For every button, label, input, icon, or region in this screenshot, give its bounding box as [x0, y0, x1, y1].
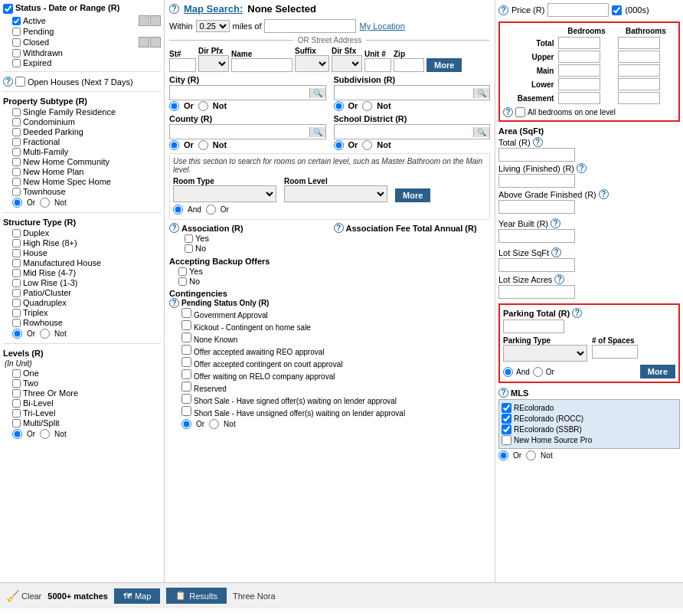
school-input[interactable]: [335, 125, 474, 139]
assoc-help[interactable]: ?: [169, 223, 179, 233]
parking-type-select[interactable]: [503, 345, 587, 362]
school-search-icon[interactable]: 🔍: [473, 127, 489, 137]
price-input[interactable]: [547, 3, 609, 17]
cont-ss-signed-checkbox[interactable]: [181, 394, 191, 404]
levels-multisplit-checkbox[interactable]: [12, 419, 21, 428]
subtype-deeded-checkbox[interactable]: [12, 128, 21, 136]
total-area-input[interactable]: [498, 148, 575, 162]
levels-not-radio[interactable]: [40, 429, 50, 439]
assoc-no-checkbox[interactable]: [185, 244, 193, 253]
my-location-link[interactable]: My Location: [359, 21, 404, 31]
open-houses-help[interactable]: ?: [3, 77, 13, 87]
unit-input[interactable]: [364, 58, 391, 72]
price-thousands-checkbox[interactable]: [612, 5, 622, 15]
room-more-button[interactable]: More: [395, 188, 430, 202]
city-search-icon[interactable]: 🔍: [309, 88, 325, 98]
mls-not-radio[interactable]: [526, 451, 536, 460]
results-button[interactable]: 📋 Results: [166, 588, 227, 604]
city-input[interactable]: [170, 86, 309, 100]
struct-midrise-checkbox[interactable]: [12, 269, 21, 277]
parking-or-radio[interactable]: [533, 367, 543, 377]
struct-or-radio[interactable]: [12, 329, 22, 339]
struct-house-checkbox[interactable]: [12, 249, 21, 257]
struct-lowrise-checkbox[interactable]: [12, 279, 21, 287]
year-built-help[interactable]: ?: [551, 218, 560, 228]
location-input[interactable]: [264, 19, 356, 33]
levels-bilevel-checkbox[interactable]: [12, 399, 21, 408]
levels-trilevel-checkbox[interactable]: [12, 409, 21, 418]
cont-none-checkbox[interactable]: [181, 333, 191, 342]
map-search-title[interactable]: Map Search:: [184, 3, 243, 15]
mls-nhsp-checkbox[interactable]: [502, 435, 511, 445]
county-search-icon[interactable]: 🔍: [309, 127, 325, 137]
status-expired-checkbox[interactable]: [12, 59, 21, 67]
lot-acres-help[interactable]: ?: [554, 274, 564, 284]
map-search-help[interactable]: ?: [169, 4, 179, 14]
cont-court-checkbox[interactable]: [181, 357, 191, 367]
subdiv-not-radio[interactable]: [362, 101, 372, 111]
within-select[interactable]: 0.250.5125: [196, 20, 230, 32]
subtype-nhp-checkbox[interactable]: [12, 168, 21, 176]
above-grade-help[interactable]: ?: [599, 189, 609, 199]
room-type-select[interactable]: [173, 185, 276, 202]
room-and-radio[interactable]: [173, 205, 183, 215]
struct-rowhouse-checkbox[interactable]: [12, 319, 21, 327]
dir-sfx-select[interactable]: [332, 55, 362, 72]
upper-bathrooms-input[interactable]: [618, 51, 660, 63]
mls-or-radio[interactable]: [498, 451, 508, 460]
cont-kickout-checkbox[interactable]: [181, 320, 191, 330]
school-not-radio[interactable]: [362, 140, 372, 150]
dir-pfx-select[interactable]: [198, 55, 229, 72]
status-pending-checkbox[interactable]: [12, 28, 21, 36]
struct-duplex-checkbox[interactable]: [12, 229, 21, 238]
struct-triplex-checkbox[interactable]: [12, 309, 21, 317]
mls-help[interactable]: ?: [498, 388, 508, 398]
cont-relo-checkbox[interactable]: [181, 369, 191, 379]
lower-bedrooms-input[interactable]: [558, 78, 600, 90]
parking-and-radio[interactable]: [503, 367, 513, 377]
parking-input[interactable]: [503, 319, 564, 333]
mls-recolorado-checkbox[interactable]: [502, 403, 511, 413]
street-more-button[interactable]: More: [426, 58, 462, 72]
lot-acres-input[interactable]: [498, 285, 575, 299]
city-or-radio[interactable]: [169, 101, 179, 111]
cont-reserved-checkbox[interactable]: [181, 382, 191, 392]
st-num-input[interactable]: [169, 58, 196, 72]
lot-sqft-help[interactable]: ?: [551, 247, 561, 257]
main-bedrooms-input[interactable]: [558, 64, 600, 77]
parking-help[interactable]: ?: [572, 308, 582, 318]
assoc-yes-checkbox[interactable]: [185, 234, 193, 243]
county-or-radio[interactable]: [169, 140, 179, 150]
above-grade-input[interactable]: [498, 200, 575, 214]
total-bathrooms-input[interactable]: [618, 37, 660, 49]
subdivision-search-icon[interactable]: 🔍: [473, 88, 489, 98]
struct-quadruplex-checkbox[interactable]: [12, 299, 21, 307]
total-bedrooms-input[interactable]: [558, 37, 600, 49]
all-bedrooms-help[interactable]: ?: [503, 107, 513, 117]
status-closed-checkbox[interactable]: [12, 38, 21, 47]
living-area-help[interactable]: ?: [577, 163, 587, 173]
room-level-select[interactable]: [284, 185, 387, 202]
subtype-nhs-checkbox[interactable]: [12, 178, 21, 186]
cont-ss-unsigned-checkbox[interactable]: [181, 406, 191, 416]
county-input[interactable]: [170, 125, 309, 139]
room-or-radio[interactable]: [206, 205, 216, 215]
lower-bathrooms-input[interactable]: [618, 78, 660, 90]
cont-reo-checkbox[interactable]: [181, 345, 191, 355]
year-built-input[interactable]: [498, 229, 575, 243]
struct-patio-checkbox[interactable]: [12, 289, 21, 297]
total-area-help[interactable]: ?: [533, 137, 543, 147]
subtype-not-radio[interactable]: [40, 198, 50, 208]
map-button[interactable]: 🗺 Map: [114, 588, 160, 604]
levels-two-checkbox[interactable]: [12, 379, 21, 388]
cont-gov-checkbox[interactable]: [181, 308, 191, 318]
subtype-or-radio[interactable]: [12, 198, 22, 208]
subtype-nhc-checkbox[interactable]: [12, 158, 21, 166]
clear-button[interactable]: 🧹 Clear: [6, 590, 41, 602]
city-not-radio[interactable]: [198, 101, 208, 111]
basement-bedrooms-input[interactable]: [558, 92, 600, 104]
school-or-radio[interactable]: [334, 140, 344, 150]
lot-sqft-input[interactable]: [498, 258, 575, 272]
basement-bathrooms-input[interactable]: [618, 92, 660, 104]
subdivision-input[interactable]: [335, 86, 474, 100]
